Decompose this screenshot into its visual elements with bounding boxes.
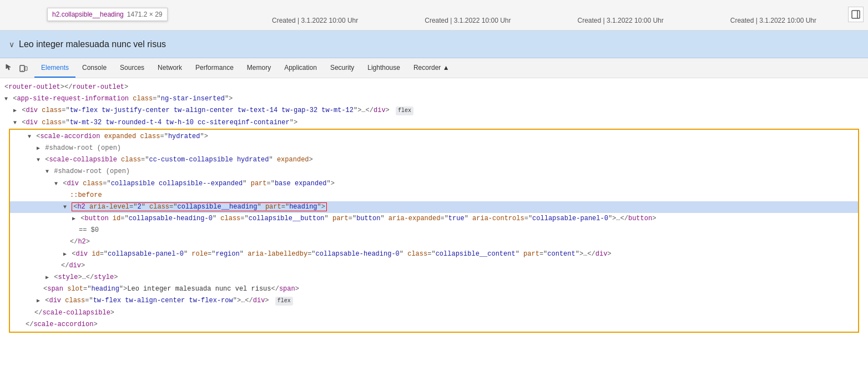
tab-network[interactable]: Network — [151, 58, 189, 78]
svg-point-4 — [22, 70, 23, 71]
dom-line-h2-close[interactable]: </h2> — [10, 236, 858, 248]
dom-line-div-flex-row[interactable]: ▶ <div class="tw-flex tw-align-center tw… — [10, 295, 858, 307]
svg-rect-3 — [25, 67, 27, 70]
tag: div — [26, 119, 38, 126]
triangle-right-icon-5[interactable]: ▶ — [46, 275, 49, 281]
dom-line-button[interactable]: ▶ <button id="collapsable-heading-0" cla… — [10, 213, 858, 225]
tab-elements-label: Elements — [41, 64, 69, 72]
punctuation: > — [124, 83, 128, 91]
tab-lighthouse[interactable]: Lighthouse — [361, 58, 407, 78]
device-toggle-button[interactable] — [17, 62, 30, 75]
triangle-down-icon-2[interactable]: ▼ — [13, 120, 17, 126]
dom-line-panel-0[interactable]: ▶ <div id="collapsable-panel-0" role="re… — [10, 248, 858, 260]
dom-line-app-site[interactable]: ▼ <app-site-request-information class="n… — [4, 93, 864, 105]
dom-line-h2[interactable]: ▼ <h2 aria-level="2" class="collapsible_… — [10, 201, 858, 213]
punctuation: =" — [62, 106, 69, 114]
attr-name: class — [42, 119, 62, 126]
tab-recorder[interactable]: Recorder ▲ — [407, 58, 456, 78]
dom-line-router-outlet[interactable]: <router-outlet></router-outlet> — [4, 82, 864, 93]
tab-console[interactable]: Console — [75, 58, 113, 78]
triangle-down-icon[interactable]: ▼ — [4, 96, 8, 102]
tag: div — [26, 106, 38, 114]
top-bar: h2.collapsible__heading 1471.2 × 29 Crea… — [0, 0, 868, 31]
tab-performance[interactable]: Performance — [189, 58, 240, 78]
triangle-down-icon-5[interactable]: ▼ — [46, 169, 49, 175]
dom-line-scale-accordion[interactable]: ▼ <scale-accordion expanded class="hydra… — [10, 131, 858, 143]
tab-application[interactable]: Application — [277, 58, 324, 78]
tooltip-dims: 1471.2 × 29 — [127, 11, 163, 18]
collapse-chevron-icon[interactable]: ∨ — [9, 40, 14, 49]
attr-value: tw-flex tw-justify-center tw-align-cente… — [70, 106, 354, 114]
triangle-down-icon-3[interactable]: ▼ — [28, 134, 31, 140]
red-outline-h2: <h2 aria-level="2" class="collapsible__h… — [72, 202, 327, 211]
tab-sources[interactable]: Sources — [113, 58, 151, 78]
devtools-tabs: Elements Console Sources Network Perform… — [34, 58, 456, 78]
dom-line-style[interactable]: ▶ <style>…</style> — [10, 272, 858, 283]
timestamp-4-label: Created — [730, 17, 754, 24]
inspect-button[interactable] — [2, 62, 16, 75]
dom-line-dollar: == $0 — [10, 225, 858, 236]
timestamp-3-date: 3.1.2022 10:00 Uhr — [607, 17, 664, 24]
flex-badge-2: flex — [275, 297, 293, 306]
dom-line-span-heading[interactable]: <span slot="heading">Leo integer malesua… — [10, 283, 858, 295]
tab-memory[interactable]: Memory — [240, 58, 277, 78]
triangle-down-icon-4[interactable]: ▼ — [37, 157, 40, 163]
dom-line-div-collapsible[interactable]: ▼ <div class="collapsible collapsible--e… — [10, 178, 858, 190]
dom-area: <router-outlet></router-outlet> ▼ <app-s… — [0, 78, 868, 381]
timestamp-4: Created | 3.1.2022 10:00 Uhr — [730, 17, 816, 24]
triangle-right-icon-2[interactable]: ▶ — [37, 145, 40, 151]
triangle-right-icon-3[interactable]: ▶ — [72, 216, 75, 222]
timestamp-3-label: Created — [578, 17, 602, 24]
triangle-down-icon-7[interactable]: ▼ — [63, 204, 67, 210]
tab-console-label: Console — [82, 64, 107, 72]
preview-title: Leo integer malesuada nunc vel risus — [19, 39, 166, 49]
dom-line-shadow-root-2[interactable]: ▼ #shadow-root (open) — [10, 166, 858, 177]
timestamp-1: Created | 3.1.2022 10:00 Uhr — [272, 17, 358, 24]
dom-line-div-mt32[interactable]: ▼ <div class="tw-mt-32 tw-rounded-t-4 tw… — [4, 117, 864, 129]
tab-lighthouse-label: Lighthouse — [367, 64, 400, 72]
tooltip-tag: h2.collapsible__heading — [52, 11, 124, 18]
tab-application-label: Application — [284, 64, 317, 72]
dom-line-before[interactable]: ::before — [10, 190, 858, 201]
timestamp-2: Created | 3.1.2022 10:00 Uhr — [425, 17, 511, 24]
timestamp-2-label: Created — [425, 17, 448, 24]
timestamp-1-date: 3.1.2022 10:00 Uhr — [301, 17, 359, 24]
dom-line-div-close[interactable]: </div> — [10, 260, 858, 272]
yellow-outline-box: ▼ <scale-accordion expanded class="hydra… — [9, 129, 859, 333]
triangle-down-icon-6[interactable]: ▼ — [54, 181, 58, 187]
devtools-toolbar: Elements Console Sources Network Perform… — [0, 58, 868, 78]
timestamps-container: Created | 3.1.2022 10:00 Uhr Created | 3… — [272, 17, 816, 24]
right-panel-button[interactable] — [848, 7, 864, 22]
element-tooltip: h2.collapsible__heading 1471.2 × 29 — [47, 8, 168, 21]
svg-rect-0 — [852, 11, 860, 18]
tab-memory-label: Memory — [247, 64, 271, 72]
toolbar-icons — [2, 62, 30, 75]
attr-value: tw-mt-32 tw-rounded-t-4 tw-h-10 cc-siter… — [70, 119, 290, 126]
dom-line-scale-accordion-close[interactable]: </scale-accordion> — [10, 319, 858, 331]
dom-line-scale-collapsible[interactable]: ▼ <scale-collapsible class="cc-custom-co… — [10, 154, 858, 166]
dom-line-div-flex[interactable]: ▶ <div class="tw-flex tw-justify-center … — [4, 105, 864, 116]
preview-area: ∨ Leo integer malesuada nunc vel risus — [0, 31, 868, 58]
tab-security[interactable]: Security — [324, 58, 361, 78]
dom-line-scale-collapsible-close[interactable]: </scale-collapsible> — [10, 307, 858, 319]
attr-name: class — [133, 95, 153, 103]
triangle-right-icon-4[interactable]: ▶ — [63, 251, 67, 257]
triangle-right-icon-6[interactable]: ▶ — [37, 298, 40, 304]
timestamp-4-date: 3.1.2022 10:00 Uhr — [759, 17, 816, 24]
punctuation: =" — [153, 95, 160, 103]
punctuation: =" — [62, 119, 69, 126]
tag: router-outlet — [8, 83, 60, 91]
timestamp-3: Created | 3.1.2022 10:00 Uhr — [578, 17, 664, 24]
punctuation: ></ — [60, 83, 73, 91]
tab-elements[interactable]: Elements — [34, 58, 75, 78]
punctuation: "> — [225, 95, 233, 103]
attr-name: class — [42, 106, 62, 114]
tag: router-outlet — [72, 83, 124, 91]
tag: app-site-request-information — [17, 95, 129, 103]
timestamp-2-date: 3.1.2022 10:00 Uhr — [454, 17, 511, 24]
triangle-right-icon[interactable]: ▶ — [13, 108, 17, 114]
timestamp-1-label: Created — [272, 17, 296, 24]
attr-value: ng-star-inserted — [161, 95, 225, 103]
tab-recorder-label: Recorder ▲ — [413, 64, 450, 72]
dom-line-shadow-root-1[interactable]: ▶ #shadow-root (open) — [10, 143, 858, 154]
